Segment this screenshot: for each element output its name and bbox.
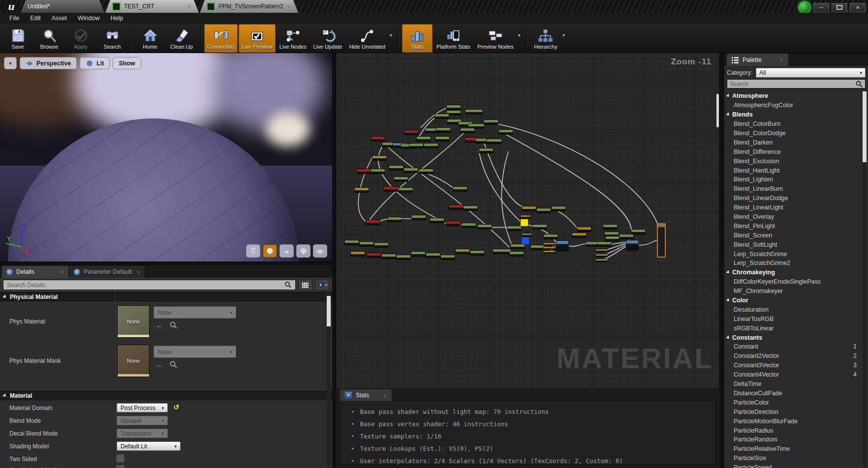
- graph-node[interactable]: [366, 220, 380, 225]
- palette-item-blend-colorburn[interactable]: Blend_ColorBurn: [724, 119, 862, 129]
- palette-item-particlerandom[interactable]: ParticleRandom: [724, 435, 862, 444]
- shape-teapot-button[interactable]: [313, 244, 327, 258]
- graph-node[interactable]: [446, 221, 461, 226]
- toolbar-preview-nodes[interactable]: Preview Nodes: [474, 24, 517, 53]
- palette-item-mf-chromakeyer[interactable]: MF_Chromakeyer: [724, 287, 862, 296]
- graph-node[interactable]: [453, 186, 467, 192]
- toolbar-save[interactable]: Save: [2, 24, 33, 53]
- graph-node[interactable]: [411, 251, 426, 257]
- palette-category-atmosphere[interactable]: Atmosphere: [724, 91, 862, 101]
- graph-node[interactable]: [595, 249, 608, 252]
- graph-node[interactable]: [465, 109, 483, 115]
- palette-item-blend-overlay[interactable]: Blend_Overlay: [724, 212, 862, 222]
- graph-node[interactable]: [510, 244, 525, 249]
- graph-node[interactable]: [543, 250, 556, 254]
- graph-node[interactable]: [409, 143, 424, 148]
- graph-node[interactable]: [477, 224, 492, 230]
- toolbar-connectors[interactable]: Connectors: [204, 24, 238, 53]
- toolbar-search[interactable]: Search: [97, 24, 127, 53]
- palette-item-particlerelativetime[interactable]: ParticleRelativeTime: [724, 444, 862, 454]
- palette-item-atmosphericfogcolor[interactable]: AtmosphericFogColor: [724, 101, 862, 110]
- palette-item-blend-exclusion[interactable]: Blend_Exclusion: [724, 156, 862, 166]
- graph-node[interactable]: [603, 224, 618, 230]
- menu-edit[interactable]: Edit: [25, 15, 46, 22]
- graph-node[interactable]: [572, 233, 587, 238]
- toolbar-live-nodes[interactable]: Live Nodes: [277, 24, 310, 53]
- close-icon[interactable]: ×: [779, 57, 783, 63]
- palette-category-color[interactable]: Color: [724, 296, 862, 305]
- palette-category-constants[interactable]: Constants: [724, 333, 862, 342]
- search-details-input[interactable]: Search Details: [3, 280, 296, 290]
- use-selected-asset-icon[interactable]: ←: [155, 360, 164, 370]
- graph-node[interactable]: [430, 218, 444, 223]
- palette-item-blend-colordodge[interactable]: Blend_ColorDodge: [724, 129, 862, 138]
- display-filter-button[interactable]: [298, 279, 312, 291]
- graph-node[interactable]: [551, 206, 566, 211]
- graph-node[interactable]: [543, 246, 556, 250]
- graph-node[interactable]: [359, 241, 374, 247]
- graph-node[interactable]: [498, 129, 513, 135]
- palette-item-blend-lineardodge[interactable]: Blend_LinearDodge: [724, 194, 862, 203]
- shape-plane-button[interactable]: [279, 244, 294, 258]
- viewport-show-button[interactable]: Show: [113, 57, 141, 69]
- palette-scrollbar[interactable]: [863, 91, 867, 467]
- palette-item-lerp-scratchgrime2[interactable]: Lerp_ScratchGrime2: [724, 259, 862, 268]
- graph-node[interactable]: [383, 186, 398, 192]
- palette-category-blends[interactable]: Blends: [724, 110, 862, 119]
- toolbar-hide-unrelated[interactable]: Hide Unrelated: [346, 24, 388, 53]
- use-selected-asset-icon[interactable]: ←: [155, 321, 164, 330]
- graph-node[interactable]: [595, 254, 608, 257]
- graph-node[interactable]: [522, 206, 536, 211]
- tab-parameter-default[interactable]: i Parameter Default: ×: [69, 266, 145, 278]
- palette-item-constant4vector[interactable]: Constant4Vector4: [724, 370, 862, 380]
- palette-category-chromakeying[interactable]: Chromakeying: [724, 268, 862, 277]
- graph-node[interactable]: [411, 215, 426, 220]
- graph-node[interactable]: [520, 219, 528, 227]
- graph-node[interactable]: [657, 223, 666, 258]
- graph-node[interactable]: [374, 242, 389, 248]
- graph-node[interactable]: [356, 169, 371, 174]
- graph-node[interactable]: [493, 249, 511, 254]
- graph-node[interactable]: [419, 169, 434, 174]
- shape-cylinder-button[interactable]: [246, 244, 260, 258]
- editor-tab-untitled[interactable]: Untitled*: [21, 0, 104, 13]
- menu-asset[interactable]: Asset: [46, 15, 72, 22]
- chevron-down-icon[interactable]: ▾: [518, 32, 521, 38]
- browse-asset-icon[interactable]: [169, 360, 178, 369]
- palette-item-constant2vector[interactable]: Constant2Vector2: [724, 351, 862, 361]
- graph-node[interactable]: [367, 253, 381, 258]
- graph-node[interactable]: [626, 240, 639, 251]
- graph-node[interactable]: [507, 226, 522, 231]
- palette-item-particleradius[interactable]: ParticleRadius: [724, 426, 862, 435]
- palette-item-blend-softlight[interactable]: Blend_SoftLight: [724, 240, 862, 249]
- view-options-button[interactable]: ▾: [315, 279, 329, 291]
- close-icon[interactable]: ×: [286, 3, 290, 10]
- palette-item-srgbtolinear[interactable]: sRGBToLinear: [724, 323, 862, 333]
- graph-node[interactable]: [449, 205, 464, 210]
- palette-item-diffcolorkeyererodesinglepass[interactable]: DiffColorKeyerErodeSinglePass: [724, 277, 862, 287]
- tab-stats[interactable]: > Stats ×: [340, 389, 392, 401]
- palette-item-particlemotionblurfade[interactable]: ParticleMotionBlurFade: [724, 416, 862, 426]
- graph-node[interactable]: [371, 169, 385, 174]
- graph-node[interactable]: [354, 187, 369, 193]
- palette-item-blend-linearburn[interactable]: Blend_LinearBurn: [724, 184, 862, 194]
- preview-viewport[interactable]: ▾ PerspectiveLitShow Z Y X: [0, 53, 332, 262]
- toolbar-clean-up[interactable]: Clean Up: [166, 24, 197, 53]
- chevron-down-icon[interactable]: ▾: [562, 32, 565, 38]
- graph-node[interactable]: [381, 254, 396, 259]
- palette-item-distancecullfade[interactable]: DistanceCullFade: [724, 389, 862, 398]
- menu-file[interactable]: File: [4, 15, 25, 22]
- browse-asset-icon[interactable]: [169, 321, 178, 329]
- graph-node[interactable]: [426, 253, 440, 258]
- close-icon[interactable]: ×: [137, 269, 141, 275]
- tab-details[interactable]: i Details ×: [2, 266, 68, 278]
- graph-node[interactable]: [595, 259, 608, 262]
- close-icon[interactable]: ×: [60, 269, 64, 275]
- graph-node[interactable]: [543, 234, 558, 239]
- viewport-perspective-button[interactable]: Perspective: [20, 57, 77, 69]
- graph-node[interactable]: [486, 139, 502, 144]
- graph-node[interactable]: [556, 240, 569, 251]
- graph-node[interactable]: [446, 105, 461, 110]
- palette-item-constant[interactable]: Constant1: [724, 342, 862, 351]
- graph-node[interactable]: [597, 241, 612, 247]
